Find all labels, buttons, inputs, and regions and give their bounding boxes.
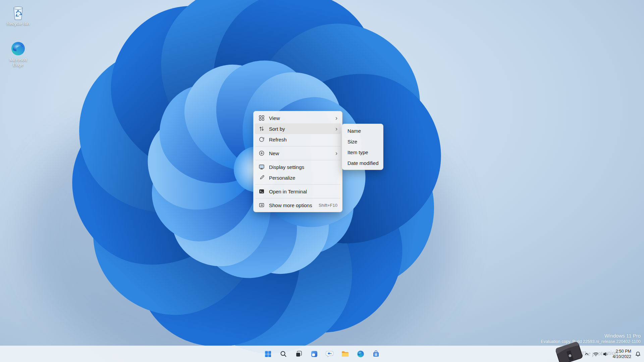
paintbrush-icon [258, 175, 265, 181]
menu-separator [255, 198, 340, 198]
sort-by-submenu: Name Size Item type Date modified [342, 124, 383, 170]
desktop-icon-label: Microsoft Edge [6, 58, 30, 68]
submenu-item-date-modified[interactable]: Date modified [343, 158, 382, 168]
menu-item-sort-by[interactable]: Sort by › [255, 123, 341, 134]
task-view-icon [295, 350, 303, 358]
menu-item-view[interactable]: View › [255, 113, 341, 123]
edge-logo-icon [3, 40, 34, 57]
refresh-icon [258, 136, 265, 142]
menu-separator [255, 146, 340, 146]
plus-circle-icon [258, 150, 265, 156]
edge-icon [357, 350, 365, 358]
chat-button[interactable] [323, 347, 336, 361]
menu-item-label: Personalize [269, 175, 295, 181]
file-explorer-icon [341, 350, 349, 358]
menu-item-label: Sort by [269, 126, 285, 132]
menu-item-label: Name [347, 128, 361, 134]
submenu-item-name[interactable]: Name [343, 125, 382, 136]
evaluation-watermark: Windows 11 Pro Evaluation copy. Build 22… [541, 333, 641, 344]
taskbar-center-icons [261, 347, 383, 361]
submenu-item-size[interactable]: Size [343, 136, 382, 147]
file-explorer-button[interactable] [338, 347, 352, 361]
taskbar: 2:50 PM 4/10/2022 [0, 346, 644, 362]
menu-item-show-more-options[interactable]: Show more options Shift+F10 [255, 200, 341, 210]
watermark-build: Evaluation copy. Build 22593.ni_release.… [541, 339, 641, 344]
menu-item-label: New [269, 150, 279, 156]
menu-item-label: Open in Terminal [269, 189, 307, 194]
submenu-item-item-type[interactable]: Item type [343, 147, 382, 158]
desktop-icon-label: Recycle Bin [6, 21, 30, 26]
task-view-button[interactable] [292, 347, 306, 361]
menu-item-new[interactable]: New › [255, 148, 341, 159]
menu-item-display-settings[interactable]: Display settings [255, 162, 341, 172]
monitor-icon [258, 164, 265, 170]
search-icon [280, 350, 287, 358]
menu-item-label: Refresh [269, 137, 287, 142]
menu-item-label: Show more options [269, 202, 312, 208]
recycle-bin-desktop-icon[interactable]: Recycle Bin [3, 4, 34, 26]
watermark-edition: Windows 11 Pro [541, 333, 641, 339]
menu-item-label: View [269, 115, 280, 121]
menu-separator [255, 184, 340, 185]
chat-icon [326, 350, 334, 358]
recycle-bin-icon [3, 4, 34, 21]
sort-arrows-icon [258, 126, 265, 132]
microsoft-store-button[interactable] [369, 347, 383, 361]
menu-item-label: Size [347, 139, 357, 144]
chevron-right-icon: › [335, 126, 337, 132]
search-button[interactable] [277, 347, 290, 361]
menu-item-refresh[interactable]: Refresh [255, 134, 341, 145]
menu-item-label: Item type [347, 149, 368, 155]
grid-view-icon [258, 115, 265, 121]
menu-item-label: Display settings [269, 164, 304, 170]
notifications-button[interactable] [635, 351, 641, 357]
widgets-icon [311, 350, 318, 358]
microsoft-edge-desktop-icon[interactable]: Microsoft Edge [3, 40, 34, 68]
edge-browser-button[interactable] [354, 347, 367, 361]
faint-overlay-text: The protection [581, 349, 618, 358]
chevron-right-icon: › [335, 150, 337, 156]
expand-icon [258, 202, 265, 208]
widgets-button[interactable] [308, 347, 321, 361]
windows-desktop-screen: Recycle Bin Microsoft Edge [0, 0, 644, 362]
bell-icon [635, 351, 641, 357]
menu-item-label: Date modified [347, 160, 379, 166]
chevron-right-icon: › [335, 115, 337, 121]
menu-item-open-in-terminal[interactable]: Open in Terminal [255, 186, 341, 197]
microsoft-store-icon [372, 350, 380, 358]
menu-item-shortcut: Shift+F10 [319, 203, 337, 208]
desktop-context-menu: View › Sort by › Refresh [253, 111, 342, 212]
terminal-icon [258, 188, 265, 194]
windows-logo-icon [264, 350, 272, 358]
menu-separator [255, 160, 340, 160]
start-button[interactable] [261, 347, 275, 361]
menu-item-personalize[interactable]: Personalize [255, 172, 341, 183]
